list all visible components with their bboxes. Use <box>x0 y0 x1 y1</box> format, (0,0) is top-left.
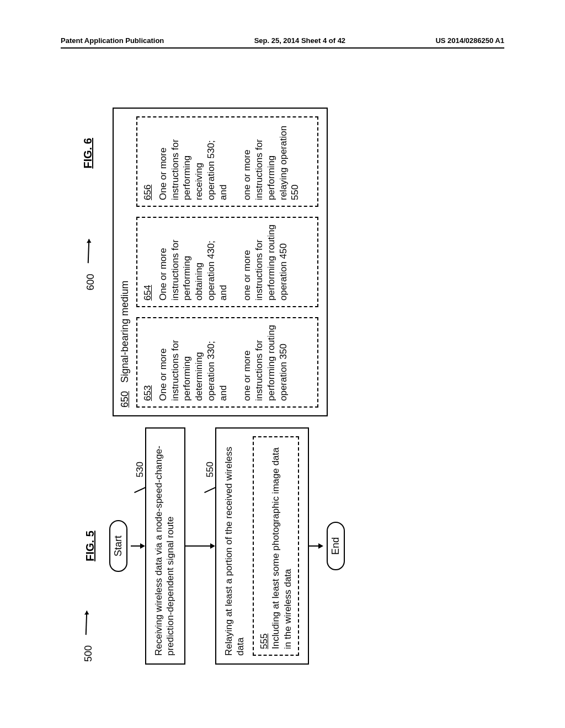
figure-5: 500 FIG. 5 Start 530 Receiving wireless … <box>84 425 498 667</box>
col653-p1: One or more instructions for performing … <box>157 324 230 401</box>
col654-p1: One or more instructions for performing … <box>157 223 230 301</box>
svg-marker-5 <box>210 543 215 549</box>
col-num-653: 653 <box>142 386 153 401</box>
svg-marker-3 <box>140 543 145 549</box>
header-right: US 2014/0286250 A1 <box>435 36 504 45</box>
figure-6: 600 FIG. 6 650 Signal-bearing medium 653… <box>84 105 498 419</box>
fig6-ref-text: 600 <box>85 274 96 290</box>
fig6-title: FIG. 6 <box>82 138 94 169</box>
fig5-ref-number: 500 <box>82 605 94 662</box>
col-num-654: 654 <box>142 285 153 301</box>
fig5-ref-text: 500 <box>83 645 94 662</box>
flow-arrow-icon <box>131 542 145 550</box>
substep-number-555: 555 <box>259 634 269 649</box>
instructions-row: 653 One or more instructions for perform… <box>136 116 318 408</box>
step-number-550: 550 <box>204 462 216 477</box>
step-550-text: Relaying at least a portion of the recei… <box>223 447 246 656</box>
flow-substep-555: 555 Including at least some photographic… <box>253 436 299 656</box>
medium-label-text: Signal-bearing medium <box>119 281 130 383</box>
leader-line-icon <box>204 487 216 493</box>
col653-p2: one or more instructions for performing … <box>241 324 289 401</box>
flow-step-530: 530 Receiving wireless data via a node-s… <box>145 427 185 665</box>
flow-arrow-icon <box>309 542 323 550</box>
svg-marker-7 <box>318 543 323 549</box>
signal-bearing-medium-box: 650 Signal-bearing medium 653 One or mor… <box>113 108 328 416</box>
col656-p1: One or more instructions for performing … <box>157 123 230 200</box>
instructions-col-654: 654 One or more instructions for perform… <box>136 217 318 307</box>
medium-label: 650 Signal-bearing medium <box>119 116 131 408</box>
fig5-title: FIG. 5 <box>84 531 96 561</box>
flow-step-550: 550 Relaying at least a portion of the r… <box>215 427 309 665</box>
svg-line-8 <box>82 239 95 264</box>
header-left: Patent Application Publication <box>61 36 164 45</box>
step-number-530: 530 <box>134 462 146 477</box>
flow-end: End <box>327 522 345 570</box>
fig6-header: 600 FIG. 6 <box>84 105 113 419</box>
leader-line-icon <box>134 487 146 493</box>
header-center: Sep. 25, 2014 Sheet 4 of 42 <box>254 36 345 45</box>
instructions-col-656: 656 One or more instructions for perform… <box>136 116 318 207</box>
col656-p2: one or more instructions for performing … <box>241 123 301 200</box>
fig5-header: 500 FIG. 5 <box>84 425 106 667</box>
col654-p2: one or more instructions for performing … <box>241 223 289 301</box>
header-rule <box>61 47 504 49</box>
fig6-ref-number: 600 <box>84 233 97 290</box>
col-num-656: 656 <box>142 185 153 200</box>
figure-canvas: 500 FIG. 5 Start 530 Receiving wireless … <box>67 83 498 689</box>
page-header: Patent Application Publication Sep. 25, … <box>0 36 565 45</box>
flow-arrow-icon <box>185 542 215 550</box>
flow-start: Start <box>109 520 127 572</box>
instructions-col-653: 653 One or more instructions for perform… <box>136 317 318 408</box>
medium-number: 650 <box>119 391 130 408</box>
substep-555-text: Including at least some photographic ima… <box>270 447 292 649</box>
arrow-icon <box>79 232 101 265</box>
step-530-text: Receiving wireless data via a node-speed… <box>153 446 175 656</box>
